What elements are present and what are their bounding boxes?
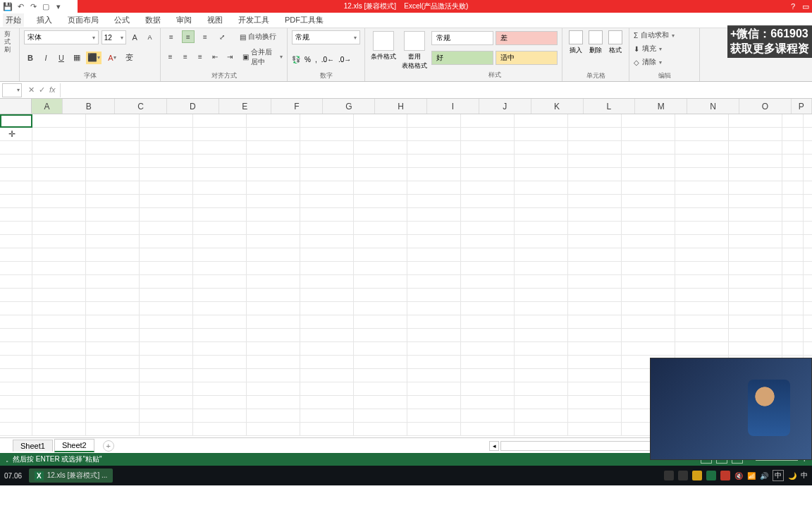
increase-decimal-icon[interactable]: .0← [321,56,334,64]
autosum-button[interactable]: Σ 自动求和 ▾ [634,30,695,40]
delete-button[interactable]: 删除 [589,30,603,55]
tray-icon[interactable]: 🔇 [734,472,743,480]
column-header-H[interactable]: H [375,99,427,114]
save-icon[interactable]: 💾 [3,1,13,11]
column-header-J[interactable]: J [479,99,531,114]
font-label: 字体 [24,71,156,80]
format-as-table-button[interactable]: 套用 表格格式 [399,30,430,80]
select-all-corner[interactable] [0,99,32,114]
tab-developer[interactable]: 开发工具 [235,13,272,27]
fill-button[interactable]: ⬇ 填充 ▾ [634,44,695,54]
tab-pdf[interactable]: PDF工具集 [282,13,326,27]
insert-button[interactable]: 插入 [569,30,583,55]
conditional-format-button[interactable]: 条件格式 [368,30,399,80]
column-header-O[interactable]: O [739,99,792,114]
network-icon[interactable]: 📶 [747,472,756,480]
align-bottom-icon[interactable]: ≡ [199,30,211,43]
tab-home[interactable]: 开始 [3,13,24,27]
align-left-icon[interactable]: ≡ [165,51,176,64]
help-icon[interactable]: ? [791,2,795,11]
new-sheet-button[interactable]: + [103,440,114,452]
scroll-left-icon[interactable]: ◂ [489,441,499,451]
fx-icon[interactable]: fx [49,85,56,95]
cell-styles-gallery[interactable]: 常规 差 好 适中 [430,30,559,70]
tab-formulas[interactable]: 公式 [111,13,133,27]
tab-review[interactable]: 审阅 [173,13,195,27]
align-right-icon[interactable]: ≡ [195,51,205,64]
decrease-decimal-icon[interactable]: .0→ [338,56,351,64]
ribbon-collapse-icon[interactable]: ▭ [802,2,809,11]
merge-center-button[interactable]: ▣ 合并后居中 ▾ [242,47,283,67]
comma-icon[interactable]: , [315,56,317,64]
border-button[interactable]: ▦ [70,52,83,64]
column-header-B[interactable]: B [63,99,115,114]
currency-icon[interactable]: 💱 [292,56,300,64]
watermark-overlay: +微信：661903 获取更多课程资 [727,25,812,58]
sheet-tab-2[interactable]: Sheet2 [54,439,94,452]
column-header-I[interactable]: I [427,99,479,114]
cut-button[interactable]: 剪 [4,30,15,38]
column-header-P[interactable]: P [792,99,812,114]
formula-bar[interactable] [60,83,812,97]
fill-color-button[interactable]: ⬛▾ [86,52,102,64]
bold-button[interactable]: B [24,52,37,64]
column-header-L[interactable]: L [584,99,636,114]
ime-indicator[interactable]: 中 [773,470,784,481]
indent-inc-icon[interactable]: ⇥ [225,51,235,64]
tab-data[interactable]: 数据 [142,13,164,27]
enter-icon[interactable]: ✓ [39,85,45,95]
font-size-combo[interactable]: 12▾ [102,30,126,44]
percent-icon[interactable]: % [304,56,311,64]
name-box[interactable]: ▾ [2,83,22,97]
new-icon[interactable]: ▢ [41,1,51,11]
format-icon [608,30,622,44]
font-color-button[interactable]: A▾ [104,52,120,64]
style-good[interactable]: 好 [431,51,493,65]
indent-dec-icon[interactable]: ⇤ [210,51,221,64]
column-header-A[interactable]: A [32,99,63,114]
align-center-icon[interactable]: ≡ [180,51,190,64]
format-button[interactable]: 格式 [608,30,622,55]
tab-view[interactable]: 视图 [204,13,226,27]
format-painter-button[interactable]: 式刷 [4,38,15,54]
number-format-combo[interactable]: 常规▾ [292,30,360,44]
decrease-font-icon[interactable]: A [144,31,156,44]
ime-lang[interactable]: 中 [801,471,808,480]
tray-icon[interactable] [706,471,716,480]
column-header-G[interactable]: G [323,99,375,114]
undo-icon[interactable]: ↶ [16,1,25,11]
column-header-N[interactable]: N [687,99,739,114]
column-header-D[interactable]: D [167,99,219,114]
night-icon[interactable]: 🌙 [788,472,796,480]
italic-button[interactable]: I [39,52,52,64]
align-top-icon[interactable]: ≡ [165,30,178,43]
increase-font-icon[interactable]: A [129,31,141,44]
sheet-tab-1[interactable]: Sheet1 [13,440,53,452]
redo-icon[interactable]: ↷ [28,1,38,11]
qat-more-icon[interactable]: ▾ [54,1,63,11]
taskbar-excel-button[interactable]: X 12.xls [兼容模式] ... [29,468,113,483]
column-header-M[interactable]: M [635,99,687,114]
style-neutral[interactable]: 适中 [496,51,558,65]
phonetic-button[interactable]: 变 [123,52,135,64]
orientation-icon[interactable]: ⤢ [216,30,228,43]
column-header-C[interactable]: C [115,99,167,114]
tray-icon[interactable] [692,471,702,480]
column-header-E[interactable]: E [219,99,271,114]
tab-insert[interactable]: 插入 [34,13,55,27]
volume-icon[interactable]: 🔊 [760,472,768,480]
underline-button[interactable]: U [55,52,68,64]
tray-icon[interactable] [720,471,730,480]
wrap-text-button[interactable]: ▤ 自动换行 [240,32,276,42]
column-header-K[interactable]: K [531,99,584,114]
style-normal[interactable]: 常规 [431,31,493,45]
clear-button[interactable]: ◇ 清除 ▾ [634,57,695,67]
tab-page-layout[interactable]: 页面布局 [65,13,102,27]
font-name-combo[interactable]: 宋体▾ [24,30,99,44]
column-header-F[interactable]: F [271,99,324,114]
style-bad[interactable]: 差 [496,31,558,45]
align-middle-icon[interactable]: ≡ [182,30,195,43]
tray-icon[interactable] [664,471,674,480]
cancel-icon[interactable]: ✕ [28,85,35,95]
tray-icon[interactable] [678,471,688,480]
